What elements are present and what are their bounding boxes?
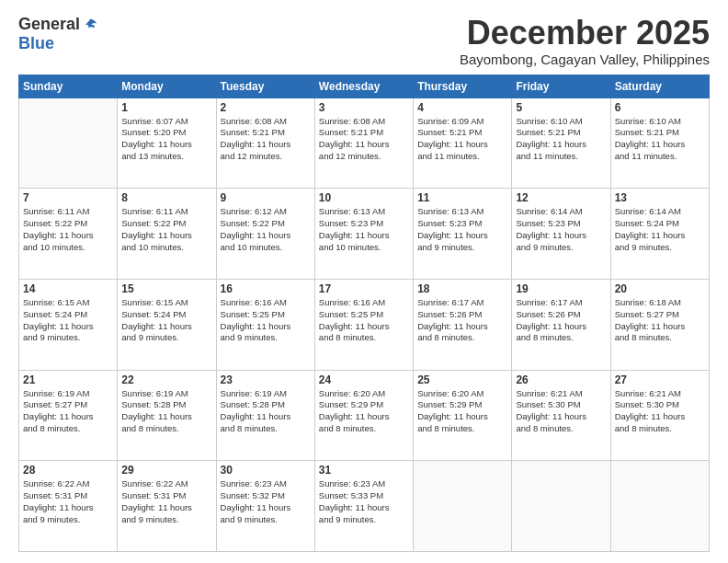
calendar-cell: 22Sunrise: 6:19 AM Sunset: 5:28 PM Dayli… [118, 370, 216, 461]
calendar-cell [512, 461, 610, 552]
month-title: December 2025 [460, 15, 710, 52]
day-number: 6 [615, 101, 705, 114]
calendar-cell: 18Sunrise: 6:17 AM Sunset: 5:26 PM Dayli… [414, 279, 512, 370]
day-number: 27 [615, 373, 705, 386]
day-number: 21 [23, 373, 113, 386]
day-number: 14 [23, 282, 113, 295]
day-info: Sunrise: 6:10 AM Sunset: 5:21 PM Dayligh… [516, 116, 606, 163]
day-number: 12 [516, 191, 606, 204]
day-info: Sunrise: 6:14 AM Sunset: 5:24 PM Dayligh… [615, 206, 705, 253]
day-number: 1 [121, 101, 211, 114]
logo-blue-text: Blue [18, 34, 54, 53]
calendar-cell [19, 98, 118, 189]
calendar-cell: 19Sunrise: 6:17 AM Sunset: 5:26 PM Dayli… [512, 279, 610, 370]
calendar-cell: 7Sunrise: 6:11 AM Sunset: 5:22 PM Daylig… [19, 189, 118, 280]
week-row-0: 1Sunrise: 6:07 AM Sunset: 5:20 PM Daylig… [19, 98, 710, 189]
week-row-4: 28Sunrise: 6:22 AM Sunset: 5:31 PM Dayli… [19, 461, 710, 552]
day-info: Sunrise: 6:08 AM Sunset: 5:21 PM Dayligh… [221, 116, 311, 163]
calendar-cell: 9Sunrise: 6:12 AM Sunset: 5:22 PM Daylig… [216, 189, 314, 280]
day-info: Sunrise: 6:23 AM Sunset: 5:33 PM Dayligh… [319, 478, 409, 525]
day-number: 10 [319, 191, 409, 204]
weekday-header-wednesday: Wednesday [314, 75, 413, 98]
calendar-cell: 1Sunrise: 6:07 AM Sunset: 5:20 PM Daylig… [118, 98, 216, 189]
day-number: 9 [221, 191, 311, 204]
day-info: Sunrise: 6:20 AM Sunset: 5:29 PM Dayligh… [319, 388, 409, 435]
day-number: 20 [615, 282, 705, 295]
day-info: Sunrise: 6:09 AM Sunset: 5:21 PM Dayligh… [417, 116, 507, 163]
day-number: 13 [615, 191, 705, 204]
weekday-header-sunday: Sunday [19, 75, 118, 98]
logo-bird-icon [82, 17, 98, 33]
calendar-cell: 17Sunrise: 6:16 AM Sunset: 5:25 PM Dayli… [314, 279, 413, 370]
weekday-header-tuesday: Tuesday [216, 75, 314, 98]
day-info: Sunrise: 6:14 AM Sunset: 5:23 PM Dayligh… [516, 206, 606, 253]
day-info: Sunrise: 6:08 AM Sunset: 5:21 PM Dayligh… [319, 116, 409, 163]
day-number: 26 [516, 373, 606, 386]
day-number: 29 [121, 464, 211, 477]
calendar-cell: 8Sunrise: 6:11 AM Sunset: 5:22 PM Daylig… [118, 189, 216, 280]
weekday-header-friday: Friday [512, 75, 610, 98]
calendar-cell: 27Sunrise: 6:21 AM Sunset: 5:30 PM Dayli… [610, 370, 709, 461]
day-number: 16 [221, 282, 311, 295]
day-number: 11 [417, 191, 507, 204]
day-info: Sunrise: 6:19 AM Sunset: 5:28 PM Dayligh… [121, 388, 211, 435]
week-row-1: 7Sunrise: 6:11 AM Sunset: 5:22 PM Daylig… [19, 189, 710, 280]
day-info: Sunrise: 6:18 AM Sunset: 5:27 PM Dayligh… [615, 297, 705, 344]
day-number: 28 [23, 464, 113, 477]
day-info: Sunrise: 6:22 AM Sunset: 5:31 PM Dayligh… [121, 478, 211, 525]
day-info: Sunrise: 6:20 AM Sunset: 5:29 PM Dayligh… [417, 388, 507, 435]
calendar-cell: 15Sunrise: 6:15 AM Sunset: 5:24 PM Dayli… [118, 279, 216, 370]
day-info: Sunrise: 6:19 AM Sunset: 5:27 PM Dayligh… [23, 388, 113, 435]
day-info: Sunrise: 6:13 AM Sunset: 5:23 PM Dayligh… [417, 206, 507, 253]
calendar-cell: 26Sunrise: 6:21 AM Sunset: 5:30 PM Dayli… [512, 370, 610, 461]
calendar-cell: 11Sunrise: 6:13 AM Sunset: 5:23 PM Dayli… [414, 189, 512, 280]
calendar-cell: 30Sunrise: 6:23 AM Sunset: 5:32 PM Dayli… [216, 461, 314, 552]
calendar-cell: 31Sunrise: 6:23 AM Sunset: 5:33 PM Dayli… [314, 461, 413, 552]
day-number: 8 [121, 191, 211, 204]
day-number: 2 [221, 101, 311, 114]
day-info: Sunrise: 6:17 AM Sunset: 5:26 PM Dayligh… [417, 297, 507, 344]
calendar-cell: 3Sunrise: 6:08 AM Sunset: 5:21 PM Daylig… [314, 98, 413, 189]
day-number: 7 [23, 191, 113, 204]
day-info: Sunrise: 6:15 AM Sunset: 5:24 PM Dayligh… [23, 297, 113, 344]
day-number: 25 [417, 373, 507, 386]
day-info: Sunrise: 6:07 AM Sunset: 5:20 PM Dayligh… [121, 116, 211, 163]
week-row-3: 21Sunrise: 6:19 AM Sunset: 5:27 PM Dayli… [19, 370, 710, 461]
day-info: Sunrise: 6:22 AM Sunset: 5:31 PM Dayligh… [23, 478, 113, 525]
calendar-cell: 12Sunrise: 6:14 AM Sunset: 5:23 PM Dayli… [512, 189, 610, 280]
day-info: Sunrise: 6:21 AM Sunset: 5:30 PM Dayligh… [615, 388, 705, 435]
day-info: Sunrise: 6:17 AM Sunset: 5:26 PM Dayligh… [516, 297, 606, 344]
day-info: Sunrise: 6:13 AM Sunset: 5:23 PM Dayligh… [319, 206, 409, 253]
calendar-cell [610, 461, 709, 552]
weekday-header-row: SundayMondayTuesdayWednesdayThursdayFrid… [19, 75, 710, 98]
day-info: Sunrise: 6:12 AM Sunset: 5:22 PM Dayligh… [221, 206, 311, 253]
calendar-cell: 13Sunrise: 6:14 AM Sunset: 5:24 PM Dayli… [610, 189, 709, 280]
calendar-cell: 21Sunrise: 6:19 AM Sunset: 5:27 PM Dayli… [19, 370, 118, 461]
day-info: Sunrise: 6:10 AM Sunset: 5:21 PM Dayligh… [615, 116, 705, 163]
day-info: Sunrise: 6:11 AM Sunset: 5:22 PM Dayligh… [23, 206, 113, 253]
calendar-cell: 14Sunrise: 6:15 AM Sunset: 5:24 PM Dayli… [19, 279, 118, 370]
day-number: 18 [417, 282, 507, 295]
week-row-2: 14Sunrise: 6:15 AM Sunset: 5:24 PM Dayli… [19, 279, 710, 370]
calendar-cell: 29Sunrise: 6:22 AM Sunset: 5:31 PM Dayli… [118, 461, 216, 552]
day-info: Sunrise: 6:16 AM Sunset: 5:25 PM Dayligh… [221, 297, 311, 344]
calendar-cell: 6Sunrise: 6:10 AM Sunset: 5:21 PM Daylig… [610, 98, 709, 189]
title-section: December 2025 Bayombong, Cagayan Valley,… [460, 15, 710, 67]
calendar-cell: 10Sunrise: 6:13 AM Sunset: 5:23 PM Dayli… [314, 189, 413, 280]
calendar-cell: 16Sunrise: 6:16 AM Sunset: 5:25 PM Dayli… [216, 279, 314, 370]
calendar-cell: 23Sunrise: 6:19 AM Sunset: 5:28 PM Dayli… [216, 370, 314, 461]
day-number: 31 [319, 464, 409, 477]
calendar-cell [414, 461, 512, 552]
day-number: 17 [319, 282, 409, 295]
calendar-cell: 25Sunrise: 6:20 AM Sunset: 5:29 PM Dayli… [414, 370, 512, 461]
day-info: Sunrise: 6:15 AM Sunset: 5:24 PM Dayligh… [121, 297, 211, 344]
day-number: 15 [121, 282, 211, 295]
day-number: 23 [221, 373, 311, 386]
day-number: 5 [516, 101, 606, 114]
weekday-header-monday: Monday [118, 75, 216, 98]
day-number: 3 [319, 101, 409, 114]
day-number: 24 [319, 373, 409, 386]
logo: General Blue [18, 15, 98, 53]
calendar-cell: 20Sunrise: 6:18 AM Sunset: 5:27 PM Dayli… [610, 279, 709, 370]
calendar-cell: 28Sunrise: 6:22 AM Sunset: 5:31 PM Dayli… [19, 461, 118, 552]
